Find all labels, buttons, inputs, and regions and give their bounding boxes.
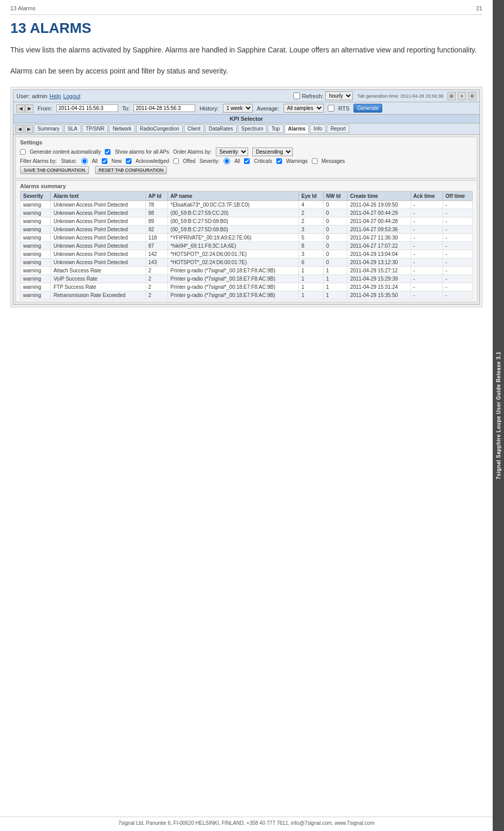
settings-row-2: Filter Alarms by: Status: All New Acknow…: [20, 158, 473, 164]
tab-info[interactable]: Info: [310, 124, 326, 133]
tab-client[interactable]: Client: [184, 124, 204, 133]
offed-checkbox[interactable]: [173, 158, 179, 164]
table-cell: -: [443, 234, 473, 242]
refresh-checkbox[interactable]: [293, 93, 300, 99]
table-cell: 2: [145, 267, 167, 275]
settings-section: Settings Generate content automatically …: [15, 137, 477, 178]
table-cell: FTP Success Rate: [51, 283, 145, 291]
tab-radiocongestion[interactable]: RadioCongestion: [136, 124, 183, 133]
show-all-aps-label: Show alarms for all APs: [115, 149, 169, 155]
generate-auto-label: Generate content automatically: [30, 149, 101, 155]
all-sev-label: All: [234, 158, 240, 164]
messages-checkbox[interactable]: [312, 158, 318, 164]
acknowledged-checkbox[interactable]: [126, 158, 132, 164]
table-cell: warning: [21, 250, 51, 258]
table-cell: 2011-04-27 11:36:30: [347, 234, 410, 242]
settings-icon[interactable]: ⚙: [468, 92, 476, 100]
table-cell: 5: [298, 234, 323, 242]
tab-spectrum[interactable]: Spectrum: [238, 124, 267, 133]
generate-button[interactable]: Generate: [353, 104, 382, 113]
nav-fwd-btn[interactable]: ▶: [25, 104, 33, 113]
table-cell: warning: [21, 226, 51, 234]
warnings-label: Warnings: [286, 158, 308, 164]
list-icon[interactable]: ≡: [458, 92, 466, 100]
table-cell: 1: [298, 267, 323, 275]
to-input[interactable]: [134, 104, 195, 112]
tab-alarms[interactable]: Alarms: [285, 124, 309, 133]
tab-tpsnr[interactable]: TP/SNR: [82, 124, 108, 133]
table-row: warningFTP Success Rate2Printer g-radio …: [21, 283, 473, 291]
criticals-checkbox[interactable]: [244, 158, 250, 164]
severity-all-radio[interactable]: [223, 158, 230, 164]
history-select[interactable]: 1 week: [223, 104, 253, 113]
filter-label: Filter Alarms by:: [20, 158, 57, 164]
new-checkbox[interactable]: [102, 158, 107, 164]
icon-group: ⊞ ≡ ⚙: [447, 92, 476, 100]
settings-row-1: Generate content automatically Show alar…: [20, 147, 473, 156]
alarms-tbody: warningUnknown Access Point Detected78*E…: [21, 201, 473, 300]
tabs-scroll-left[interactable]: ◀: [15, 125, 24, 133]
tab-report[interactable]: Report: [327, 124, 349, 133]
table-cell: -: [410, 258, 442, 267]
table-cell: 2011-04-29 13:12:30: [347, 258, 410, 267]
reset-config-button[interactable]: RESET TAB CONFIGURATION: [95, 166, 167, 174]
tabs-scroll-right[interactable]: ▶: [25, 125, 33, 133]
col-header-ack-time: Ack time: [410, 192, 442, 201]
rts-checkbox[interactable]: [328, 105, 334, 112]
offed-label: Offed: [183, 158, 195, 164]
logout-link[interactable]: Logout: [63, 93, 81, 99]
table-cell: 0: [323, 209, 347, 217]
table-cell: 0: [323, 217, 347, 226]
table-cell: -: [443, 267, 473, 275]
table-cell: -: [443, 283, 473, 291]
table-cell: 2011-04-27 00:44:29: [347, 209, 410, 217]
nav-back-btn[interactable]: ◀: [16, 104, 25, 113]
generate-auto-checkbox[interactable]: [20, 149, 26, 155]
tab-summary[interactable]: Summary: [34, 124, 63, 133]
table-cell: -: [443, 250, 473, 258]
sidebar-text: 7signal Sapphire Loupe User Guide Releas…: [496, 352, 501, 479]
warnings-checkbox[interactable]: [276, 158, 282, 164]
table-cell: Unknown Access Point Detected: [51, 201, 145, 209]
table-cell: warning: [21, 275, 51, 283]
help-link[interactable]: Help: [49, 93, 61, 99]
tab-sla[interactable]: SLA: [64, 124, 81, 133]
table-cell: 2011-04-27 00:44:28: [347, 217, 410, 226]
tab-top[interactable]: Top: [268, 124, 283, 133]
table-cell: -: [443, 209, 473, 217]
table-cell: -: [410, 275, 442, 283]
table-cell: -: [443, 226, 473, 234]
col-header-ap-name: AP name: [167, 192, 298, 201]
table-cell: -: [410, 250, 442, 258]
alarms-table-header: SeverityAlarm textAP IdAP nameEye IdNW I…: [21, 192, 473, 201]
order-dir-select[interactable]: Descending: [252, 147, 293, 156]
criticals-label: Criticals: [254, 158, 272, 164]
tab-network[interactable]: Network: [109, 124, 135, 133]
table-cell: Unknown Access Point Detected: [51, 226, 145, 234]
grid-icon[interactable]: ⊞: [447, 92, 456, 100]
col-header-off-time: Off time: [443, 192, 473, 201]
settings-legend: Settings: [20, 139, 473, 145]
col-header-nw-id: NW Id: [323, 192, 347, 201]
table-cell: Printer g-radio (*7signal*_00:18:E7:F8:A…: [167, 267, 298, 275]
table-row: warningVoIP Success Rate2Printer g-radio…: [21, 275, 473, 283]
table-cell: -: [410, 242, 442, 250]
order-by-select[interactable]: Severity: [216, 147, 248, 156]
table-cell: 2: [145, 291, 167, 300]
tab-datarates[interactable]: DataRates: [205, 124, 236, 133]
table-cell: 2011-04-26 19:09:50: [347, 201, 410, 209]
rts-label: RTS: [339, 105, 350, 112]
from-input[interactable]: [57, 104, 118, 112]
acknowledged-label: Acknowledged: [136, 158, 169, 164]
table-cell: Unknown Access Point Detected: [51, 250, 145, 258]
refresh-select[interactable]: hourly: [325, 91, 353, 100]
table-row: warningUnknown Access Point Detected118*…: [21, 234, 473, 242]
show-all-aps-checkbox[interactable]: [105, 149, 110, 155]
page-number: 21: [476, 5, 482, 11]
footer-text: 7signal Ltd, Panuntie 6, FI-00620 HELSIN…: [118, 820, 374, 826]
status-all-radio[interactable]: [81, 158, 88, 164]
save-config-button[interactable]: SAVE TAB CONFIGURATION: [20, 166, 89, 174]
average-select[interactable]: All samples: [284, 104, 324, 113]
table-row: warningUnknown Access Point Detected88(0…: [21, 209, 473, 217]
kpi-selector-bar: KPI Selector: [13, 115, 479, 123]
